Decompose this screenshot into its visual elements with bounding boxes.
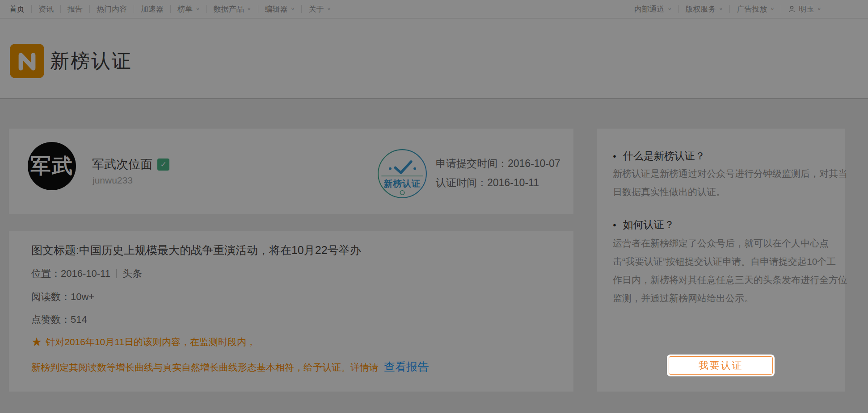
dim-overlay — [0, 0, 868, 413]
apply-certification-button[interactable]: 我要认证 — [669, 356, 773, 375]
